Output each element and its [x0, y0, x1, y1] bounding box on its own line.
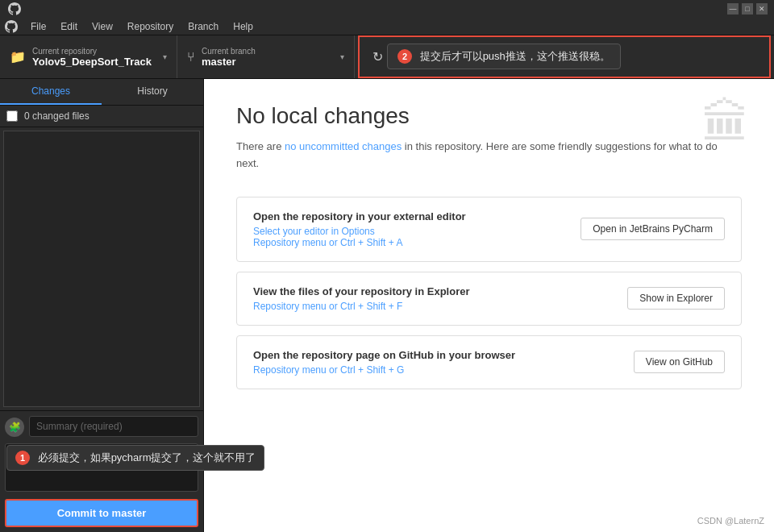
titlebar-left — [6, 1, 26, 17]
branch-label: Current branch — [202, 47, 334, 56]
action-card-editor-info: Open the repository in your external edi… — [253, 210, 466, 248]
menu-view[interactable]: View — [85, 19, 119, 34]
tooltip-text-2: 提交后才可以push推送，这个推送很稳。 — [420, 50, 610, 62]
menu-edit[interactable]: Edit — [54, 19, 84, 34]
titlebar-controls: — □ ✕ — [727, 3, 768, 15]
no-changes-title: No local changes — [236, 103, 742, 129]
editor-options-link[interactable]: Options — [341, 226, 374, 237]
branch-chevron-icon: ▾ — [340, 52, 344, 61]
menu-repository[interactable]: Repository — [121, 19, 180, 34]
repo-text: Current repository Yolov5_DeepSort_Track — [32, 47, 156, 68]
branch-text: Current branch master — [202, 47, 334, 68]
sidebar-tabs: Changes History — [0, 79, 203, 106]
menu-file[interactable]: File — [24, 19, 52, 34]
branch-name: master — [202, 56, 334, 68]
tab-history[interactable]: History — [102, 79, 203, 105]
main-layout: Changes History 0 changed files 🧩 1 必须提交… — [0, 79, 774, 532]
tooltip-badge-1: 1 必须提交，如果pycharm提交了，这个就不用了 — [6, 445, 264, 471]
changed-files-header: 0 changed files — [0, 106, 203, 127]
desc-link[interactable]: no uncommitted changes — [285, 140, 402, 152]
show-explorer-button[interactable]: Show in Explorer — [627, 287, 725, 310]
tooltip-text-1: 必须提交，如果pycharm提交了，这个就不用了 — [38, 451, 256, 463]
action-card-explorer-info: View the files of your repository in Exp… — [253, 285, 470, 312]
summary-input[interactable] — [29, 416, 198, 437]
action-card-editor-title: Open the repository in your external edi… — [253, 210, 466, 222]
menu-branch[interactable]: Branch — [181, 19, 225, 34]
badge-number-1: 1 — [15, 451, 30, 465]
github-shortcut: Repository menu or Ctrl + Shift + G — [253, 364, 404, 376]
repo-name: Yolov5_DeepSort_Track — [32, 56, 156, 68]
repo-label: Current repository — [32, 47, 156, 56]
badge-number-2: 2 — [397, 49, 412, 64]
action-card-editor: Open the repository in your external edi… — [236, 197, 742, 262]
repo-icon: 📁 — [10, 49, 26, 64]
explorer-shortcut: Repository menu or Ctrl + Shift + F — [253, 301, 402, 312]
repo-chevron-icon: ▾ — [163, 52, 167, 61]
no-changes-desc: There are no uncommitted changes in this… — [236, 139, 742, 172]
action-card-explorer-subtitle: Repository menu or Ctrl + Shift + F — [253, 301, 470, 312]
editor-subtitle-prefix: Select your editor in — [253, 226, 341, 237]
github-menu-logo-icon — [3, 19, 19, 35]
changed-files-count: 0 changed files — [24, 110, 89, 122]
watermark: CSDN @LaternZ — [697, 516, 764, 526]
commit-button[interactable]: Commit to master — [5, 499, 198, 527]
action-card-github-subtitle: Repository menu or Ctrl + Shift + G — [253, 364, 515, 376]
building-icon: 🏛 — [701, 95, 750, 151]
action-card-github-title: Open the repository page on GitHub in yo… — [253, 349, 515, 361]
files-list — [3, 131, 200, 407]
action-card-github-info: Open the repository page on GitHub in yo… — [253, 349, 515, 376]
branch-icon: ⑂ — [187, 50, 195, 64]
select-all-checkbox[interactable] — [6, 110, 18, 122]
commit-avatar: 🧩 — [5, 418, 24, 437]
current-branch-section[interactable]: ⑂ Current branch master ▾ — [177, 35, 355, 78]
menubar: File Edit View Repository Branch Help — [0, 18, 774, 35]
action-card-github: Open the repository page on GitHub in yo… — [236, 335, 742, 389]
maximize-button[interactable]: □ — [742, 3, 753, 15]
github-logo-icon — [6, 1, 23, 17]
open-editor-button[interactable]: Open in JetBrains PyCharm — [580, 218, 725, 240]
close-button[interactable]: ✕ — [756, 3, 768, 15]
menu-help[interactable]: Help — [227, 19, 260, 34]
fetch-icon: ↻ — [372, 49, 383, 64]
commit-section: 🧩 1 必须提交，如果pycharm提交了，这个就不用了 Commit to m… — [0, 410, 203, 532]
sidebar: Changes History 0 changed files 🧩 1 必须提交… — [0, 79, 204, 532]
tooltip-badge-2: 2 提交后才可以push推送，这个推送很稳。 — [387, 44, 621, 69]
content-area: 🏛 No local changes There are no uncommit… — [204, 79, 774, 532]
desc-prefix: There are — [236, 140, 285, 152]
action-card-editor-subtitle: Select your editor in Options Repository… — [253, 226, 466, 248]
minimize-button[interactable]: — — [727, 3, 739, 15]
editor-shortcut: Repository menu or Ctrl + Shift + A — [253, 237, 402, 248]
tab-changes[interactable]: Changes — [0, 79, 102, 105]
action-card-explorer-title: View the files of your repository in Exp… — [253, 285, 470, 297]
current-repo-section[interactable]: 📁 Current repository Yolov5_DeepSort_Tra… — [0, 35, 177, 78]
view-github-button[interactable]: View on GitHub — [634, 351, 725, 373]
titlebar: — □ ✕ — [0, 0, 774, 18]
action-card-explorer: View the files of your repository in Exp… — [236, 272, 742, 326]
